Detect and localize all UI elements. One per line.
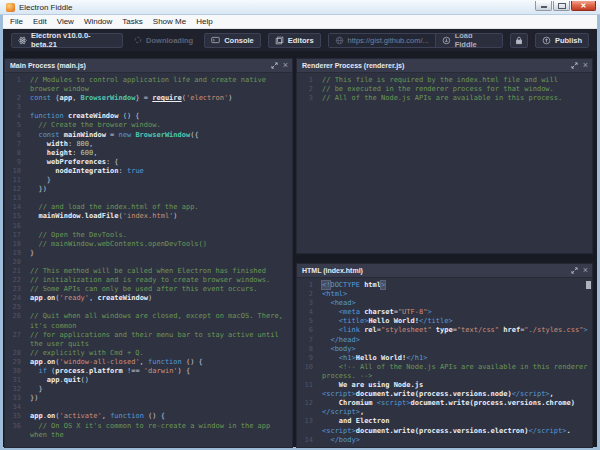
code-line: 5 <title>Hello World!</title> bbox=[300, 317, 592, 326]
electron-version-button[interactable]: Electron v10.0.0-beta.21 bbox=[11, 33, 123, 48]
console-button[interactable]: Console bbox=[204, 33, 261, 48]
close-pane-icon[interactable]: × bbox=[283, 62, 288, 69]
code-line: 26// Quit when all windows are closed, e… bbox=[8, 312, 292, 330]
line-number: 14 bbox=[8, 203, 21, 212]
code-line: 30 if (process.platform !== 'darwin') { bbox=[8, 367, 292, 376]
code-line: 17 // Open the DevTools. bbox=[8, 231, 292, 240]
code-line: 10 <!-- All of the Node.js APIs are avai… bbox=[300, 363, 592, 381]
line-number: 3 bbox=[8, 103, 21, 112]
code-line: 5 // Create the browser window. bbox=[8, 121, 292, 130]
line-number: 19 bbox=[8, 249, 21, 258]
maximize-button[interactable] bbox=[553, 1, 570, 11]
line-number: 27 bbox=[8, 331, 21, 340]
maximize-pane-icon[interactable] bbox=[571, 267, 578, 274]
code-line: 31 app.quit() bbox=[8, 376, 292, 385]
line-number: 2 bbox=[300, 290, 313, 299]
editors-icon bbox=[275, 36, 284, 45]
menu-item-view[interactable]: View bbox=[52, 17, 79, 26]
code-line: 19} bbox=[8, 249, 292, 258]
menu-item-file[interactable]: File bbox=[5, 17, 28, 26]
code-line: 22// initialization and is ready to crea… bbox=[8, 276, 292, 285]
pane-title: Renderer Process (renderer.js) bbox=[302, 62, 404, 69]
line-number: 10 bbox=[8, 167, 21, 176]
code-line: 7 width: 800, bbox=[8, 140, 292, 149]
publish-icon bbox=[542, 36, 551, 45]
pane-html: HTML (index.html) × 1<!DOCTYPE html>2<ht… bbox=[297, 264, 592, 447]
code-editor-main[interactable]: 1// Modules to control application life … bbox=[5, 73, 292, 447]
line-number: 7 bbox=[300, 336, 313, 345]
line-number: 11 bbox=[300, 381, 313, 390]
code-line: 24app.on('ready', createWindow) bbox=[8, 294, 292, 303]
load-fiddle-button[interactable]: Load Fiddle bbox=[435, 34, 502, 47]
downloading-status: Downloading bbox=[134, 36, 193, 45]
code-line: 16 bbox=[8, 222, 292, 231]
code-line: 11 } bbox=[8, 176, 292, 185]
maximize-pane-icon[interactable] bbox=[271, 62, 278, 69]
line-number: 11 bbox=[8, 176, 21, 185]
line-number: 14 bbox=[300, 436, 313, 445]
publish-button[interactable]: Publish bbox=[535, 33, 589, 48]
code-line: 1// Modules to control application life … bbox=[8, 76, 292, 94]
line-number: 18 bbox=[8, 240, 21, 249]
close-pane-icon[interactable]: × bbox=[583, 62, 588, 69]
code-line: 15 mainWindow.loadFile('index.html') bbox=[8, 212, 292, 221]
code-line: 2<html> bbox=[300, 290, 592, 299]
maximize-pane-icon[interactable] bbox=[571, 62, 578, 69]
code-line: 13 and Electron <script>document.write(p… bbox=[300, 417, 592, 435]
line-number: 13 bbox=[300, 417, 313, 426]
spinner-icon bbox=[134, 36, 142, 44]
line-number: 21 bbox=[8, 267, 21, 276]
code-line: 4function createWindow () { bbox=[8, 112, 292, 121]
code-line: 2// be executed in the renderer process … bbox=[300, 85, 592, 94]
code-line: 18 // mainWindow.webContents.openDevTool… bbox=[8, 240, 292, 249]
code-line: 28// explicitly with Cmd + Q. bbox=[8, 349, 292, 358]
menu-item-edit[interactable]: Edit bbox=[28, 17, 52, 26]
line-number: 25 bbox=[8, 303, 21, 312]
pane-main-header[interactable]: Main Process (main.js) × bbox=[5, 59, 292, 73]
editor-mosaic: Main Process (main.js) × 1// Modules to … bbox=[3, 51, 597, 447]
close-pane-icon[interactable]: × bbox=[583, 267, 588, 274]
line-number: 26 bbox=[8, 312, 21, 321]
pane-renderer-header[interactable]: Renderer Process (renderer.js) × bbox=[297, 59, 592, 73]
code-line: 27// for applications and their menu bar… bbox=[8, 331, 292, 349]
minimize-button[interactable] bbox=[535, 1, 552, 11]
publish-label: Publish bbox=[555, 36, 582, 45]
close-button[interactable]: ✕ bbox=[571, 1, 596, 11]
line-number: 4 bbox=[8, 112, 21, 121]
code-line: 23// Some APIs can only be used after th… bbox=[8, 285, 292, 294]
line-number: 2 bbox=[8, 94, 21, 103]
code-editor-renderer[interactable]: 1// This file is required by the index.h… bbox=[297, 73, 592, 253]
line-number: 13 bbox=[8, 194, 21, 203]
code-line: 12 }) bbox=[8, 185, 292, 194]
line-number: 12 bbox=[8, 185, 21, 194]
code-editor-html[interactable]: 1<!DOCTYPE html>2<html>3 <head>4 <meta c… bbox=[297, 278, 592, 447]
window-titlebar[interactable]: Electron Fiddle ✕ bbox=[0, 0, 600, 15]
menu-item-show-me[interactable]: Show Me bbox=[148, 17, 191, 26]
line-number: 10 bbox=[300, 363, 313, 372]
lock-icon bbox=[515, 36, 523, 45]
line-number: 33 bbox=[8, 394, 21, 403]
code-line: 1<!DOCTYPE html> bbox=[300, 281, 592, 290]
code-line: 36 // On OS X it's common to re-create a… bbox=[8, 422, 292, 440]
code-line: 13 bbox=[8, 194, 292, 203]
editors-button[interactable]: Editors bbox=[268, 33, 321, 48]
menu-item-help[interactable]: Help bbox=[191, 17, 217, 26]
line-number: 28 bbox=[8, 349, 21, 358]
menubar: File Edit View Window Tasks Show Me Help bbox=[3, 15, 597, 29]
menu-item-tasks[interactable]: Tasks bbox=[117, 17, 147, 26]
line-number: 1 bbox=[300, 76, 313, 85]
maximize-icon bbox=[558, 3, 566, 9]
code-line: 33}) bbox=[8, 394, 292, 403]
lock-button[interactable] bbox=[510, 33, 528, 48]
pane-main-process: Main Process (main.js) × 1// Modules to … bbox=[5, 59, 292, 447]
code-line: 35app.on('activate', function () { bbox=[8, 412, 292, 421]
code-line: 6 const mainWindow = new BrowserWindow({ bbox=[8, 131, 292, 140]
menu-item-window[interactable]: Window bbox=[79, 17, 117, 26]
scrollbar-thumb[interactable] bbox=[586, 281, 591, 289]
pane-html-header[interactable]: HTML (index.html) × bbox=[297, 264, 592, 278]
line-number: 29 bbox=[8, 358, 21, 367]
gist-url-field[interactable]: https://gist.github.com/... bbox=[329, 34, 435, 47]
line-number: 8 bbox=[8, 149, 21, 158]
line-number: 8 bbox=[300, 345, 313, 354]
line-number: 3 bbox=[300, 94, 313, 103]
